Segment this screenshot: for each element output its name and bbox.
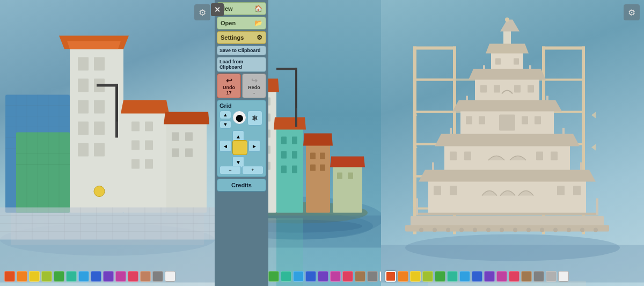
redo-button[interactable]: ↪ Redo -	[242, 74, 266, 98]
color-swatch[interactable]	[305, 271, 316, 282]
grid-zoom-plus-button[interactable]: +	[242, 166, 264, 174]
svg-marker-173	[435, 134, 580, 146]
panel-right: ⚙	[381, 0, 644, 286]
new-house-icon: 🏠	[254, 5, 262, 12]
color-swatch[interactable]	[398, 271, 408, 282]
undo-count: 17	[226, 90, 231, 96]
svg-point-195	[459, 228, 464, 232]
svg-rect-26	[78, 79, 89, 92]
svg-rect-38	[131, 122, 140, 131]
color-swatch-white[interactable]	[558, 271, 569, 282]
color-swatch[interactable]	[115, 271, 126, 282]
color-swatch[interactable]	[140, 271, 151, 282]
color-swatch-selected[interactable]	[385, 271, 396, 282]
color-swatch[interactable]	[4, 271, 15, 282]
color-swatch[interactable]	[78, 271, 89, 282]
color-swatch[interactable]	[410, 271, 421, 282]
color-swatch[interactable]	[496, 271, 507, 282]
color-palette-left	[4, 271, 210, 282]
svg-rect-165	[479, 116, 485, 124]
color-swatch[interactable]	[435, 271, 445, 282]
color-swatch[interactable]	[330, 271, 341, 282]
svg-rect-166	[522, 116, 528, 124]
color-swatch[interactable]	[422, 271, 433, 282]
svg-rect-48	[172, 149, 179, 157]
color-swatch[interactable]	[355, 271, 365, 282]
color-swatch[interactable]	[484, 271, 495, 282]
grid-snowflake-button[interactable]: ❄	[247, 111, 262, 126]
svg-rect-95	[281, 166, 287, 173]
color-swatch-white[interactable]	[165, 271, 175, 282]
grid-size-up-button[interactable]: ▲	[219, 111, 231, 119]
save-clipboard-button[interactable]: Save to Clipboard	[217, 46, 266, 55]
settings-button-right[interactable]: ⚙	[624, 4, 640, 20]
svg-marker-182	[419, 170, 596, 182]
settings-button[interactable]: Settings ⚙	[217, 31, 266, 44]
grid-zoom-minus-button[interactable]: −	[219, 166, 241, 174]
color-swatch[interactable]	[509, 271, 519, 282]
color-swatch[interactable]	[91, 271, 101, 282]
undo-button[interactable]: ↩ Undo 17	[217, 74, 241, 98]
grid-nav-left-button[interactable]: ◄	[219, 140, 231, 152]
credits-button[interactable]: Credits	[217, 179, 266, 192]
menu-panel: New 🏠 Open 📂 Settings ⚙ Save to Clipboar…	[215, 0, 268, 286]
color-swatch[interactable]	[447, 271, 458, 282]
close-menu-button[interactable]: ✕	[211, 3, 224, 16]
svg-rect-124	[413, 47, 456, 50]
color-swatch[interactable]	[533, 271, 544, 282]
color-swatch[interactable]	[293, 271, 304, 282]
svg-rect-24	[78, 57, 89, 71]
settings-button-left[interactable]: ⚙	[194, 4, 210, 20]
svg-marker-45	[164, 112, 209, 124]
svg-rect-189	[596, 199, 598, 215]
color-swatch[interactable]	[367, 271, 378, 282]
svg-rect-186	[573, 186, 581, 195]
svg-point-203	[567, 228, 571, 232]
color-swatch[interactable]	[459, 271, 470, 282]
color-swatch[interactable]	[66, 271, 77, 282]
svg-rect-167	[535, 116, 541, 124]
color-swatch[interactable]	[281, 271, 291, 282]
svg-rect-94	[292, 151, 297, 159]
svg-rect-99	[310, 153, 316, 159]
color-swatch[interactable]	[521, 271, 532, 282]
new-button[interactable]: New 🏠	[217, 2, 266, 15]
open-button[interactable]: Open 📂	[217, 17, 266, 30]
color-swatch[interactable]	[546, 271, 557, 282]
svg-marker-35	[67, 41, 121, 49]
svg-rect-158	[528, 85, 534, 93]
svg-rect-89	[276, 127, 303, 213]
grid-nav-right-button[interactable]: ►	[248, 140, 260, 152]
grid-label: Grid	[219, 102, 264, 109]
color-swatch[interactable]	[41, 271, 52, 282]
svg-rect-96	[292, 166, 297, 173]
svg-rect-46	[172, 133, 179, 141]
color-swatch[interactable]	[17, 271, 27, 282]
grid-center-button[interactable]	[232, 140, 247, 155]
svg-point-119	[239, 146, 241, 149]
color-swatch[interactable]	[318, 271, 328, 282]
color-swatch[interactable]	[128, 271, 138, 282]
svg-point-71	[94, 186, 105, 197]
svg-rect-149	[514, 58, 519, 65]
save-clipboard-label: Save to Clipboard	[219, 48, 261, 53]
load-clipboard-button[interactable]: Load from Clipboard	[217, 57, 266, 72]
grid-size-down-button[interactable]: ▼	[219, 120, 231, 129]
svg-rect-185	[557, 186, 565, 195]
color-swatch[interactable]	[103, 271, 114, 282]
grid-toggle-button[interactable]: ⬤	[232, 111, 246, 124]
svg-marker-108	[330, 157, 365, 167]
color-swatch[interactable]	[54, 271, 64, 282]
color-swatch[interactable]	[342, 271, 353, 282]
color-swatch[interactable]	[472, 271, 482, 282]
svg-rect-109	[337, 173, 342, 179]
svg-marker-147	[486, 44, 529, 54]
svg-marker-207	[591, 112, 596, 119]
svg-point-202	[553, 228, 558, 232]
svg-point-200	[526, 228, 531, 232]
color-swatch[interactable]	[152, 271, 163, 282]
color-swatch[interactable]	[268, 271, 279, 282]
color-swatch[interactable]	[29, 271, 40, 282]
svg-rect-31	[94, 122, 105, 135]
svg-rect-155	[480, 85, 487, 93]
